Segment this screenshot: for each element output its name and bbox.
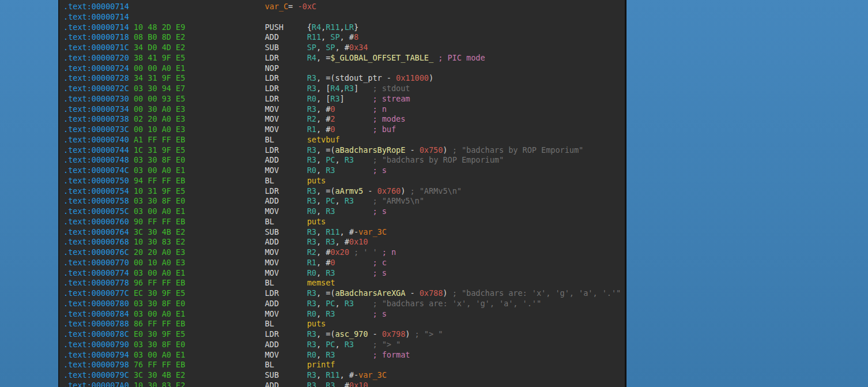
asm-line[interactable]: .text:0000071C34 D0 4D E2SUB SP, SP, #0x…: [63, 43, 625, 53]
asm-line[interactable]: .text:0000075094 FF FF EBBL puts: [63, 176, 625, 186]
mnemonic: MOV: [265, 350, 307, 359]
operand-text: ,: [340, 84, 345, 93]
instruction-bytes: 02 20 A0 E3: [134, 114, 265, 125]
asm-line[interactable]: .text:0000075410 31 9F E5LDR R3, =(aArmv…: [63, 186, 625, 197]
asm-line[interactable]: .text:00000740A1 FF FF EBBL setvbuf: [63, 135, 625, 145]
asm-line[interactable]: .text:000007A010 30 83 E2ADD R3, R3, #0x…: [63, 381, 625, 387]
asm-line[interactable]: .text:000007643C 30 4B E2SUB R3, R11, #-…: [63, 227, 625, 238]
asm-line[interactable]: .text:0000072400 00 A0 E1NOP: [63, 63, 625, 74]
asm-line[interactable]: .text:0000071410 48 2D E9PUSH {R4,R11,LR…: [63, 22, 625, 33]
operand-text: ): [443, 145, 452, 155]
asm-line[interactable]: .text:0000077403 00 A0 E1MOV R0, R3 ; s: [63, 268, 625, 279]
asm-line[interactable]: .text:00000714var_C= -0xC: [63, 2, 625, 12]
operand-text: [335, 309, 372, 318]
register-operand: R3: [307, 104, 316, 114]
operand-text: {: [307, 22, 312, 32]
asm-line[interactable]: .text:0000072C03 30 94 E7LDR R3, [R4,R3]…: [63, 84, 625, 94]
asm-line[interactable]: .text:0000076810 30 83 E2ADD R3, R3, #0x…: [63, 237, 625, 247]
asm-line[interactable]: .text:0000073400 30 A0 E3MOV R3, #0 ; n: [63, 104, 625, 115]
disassembly-view[interactable]: .text:00000714var_C= -0xC.text:00000714.…: [58, 0, 627, 387]
asm-line[interactable]: .text:000007441C 31 9F E5LDR R3, =(aBadc…: [63, 145, 625, 156]
asm-line[interactable]: .text:0000072038 41 9F E5LDR R4, =$_GLOB…: [63, 53, 625, 63]
asm-line[interactable]: .text:0000079876 FF FF EBBL printf: [63, 360, 625, 370]
mnemonic: LDR: [265, 186, 307, 196]
register-operand: R3: [307, 145, 316, 155]
asm-line[interactable]: .text:0000078886 FF FF EBBL puts: [63, 319, 625, 329]
data-name-label[interactable]: $_GLOBAL_OFFSET_TABLE_: [330, 53, 433, 62]
operand-text: -: [368, 329, 382, 339]
address-label: .text:00000714: [63, 22, 134, 33]
mnemonic: LDR: [265, 94, 307, 103]
asm-line[interactable]: .text:0000077CEC 30 9F E5LDR R3, =(aBadc…: [63, 288, 625, 299]
function-name[interactable]: puts: [307, 319, 326, 328]
asm-line[interactable]: .text:0000078403 00 A0 E1MOV R0, R3 ; s: [63, 309, 625, 320]
register-operand: R3: [326, 166, 335, 175]
mnemonic: PUSH: [265, 22, 307, 32]
stack-variable[interactable]: var_3C: [358, 370, 387, 380]
asm-line[interactable]: .text:0000079003 30 8F E0ADD R3, PC, R3 …: [63, 340, 625, 350]
comment: ; stdout: [372, 84, 410, 93]
address-label: .text:000007A0: [63, 381, 134, 387]
asm-line[interactable]: .text:0000078003 30 8F E0ADD R3, PC, R3 …: [63, 299, 625, 309]
address-label: .text:00000734: [63, 104, 134, 115]
operand-text: , =(: [316, 186, 335, 196]
mnemonic: MOV: [265, 104, 307, 114]
data-name-label[interactable]: aBadcharsAreXGA: [335, 288, 405, 298]
operand-text: [335, 268, 372, 277]
operand-text: [335, 350, 372, 359]
data-name-label[interactable]: aArmv5: [335, 186, 363, 196]
asm-line[interactable]: .text:0000073802 20 A0 E3MOV R2, #2 ; mo…: [63, 114, 625, 125]
stack-variable[interactable]: var_C: [265, 2, 288, 11]
asm-line[interactable]: .text:0000079C3C 30 4B E2SUB R3, R11, #-…: [63, 370, 625, 381]
asm-line[interactable]: .text:0000078CE0 30 9F E5LDR R3, =(asc_9…: [63, 329, 625, 340]
asm-line[interactable]: .text:0000079403 00 A0 E1MOV R0, R3 ; fo…: [63, 350, 625, 360]
operand-text: -: [405, 145, 419, 155]
asm-line[interactable]: .text:0000076C20 20 A0 E3MOV R2, #0x20 ;…: [63, 247, 625, 258]
operand-text: ,: [316, 350, 326, 359]
asm-line[interactable]: .text:0000077000 10 A0 E3MOV R1, #0 ; c: [63, 258, 625, 268]
address-label: .text:00000728: [63, 73, 134, 84]
asm-line[interactable]: .text:0000071808 B0 8D E2ADD R11, SP, #8: [63, 32, 625, 43]
instruction-bytes: 86 FF FF EB: [134, 319, 265, 329]
asm-line[interactable]: .text:0000073C00 10 A0 E3MOV R1, #0 ; bu…: [63, 125, 625, 135]
address-label: .text:00000748: [63, 155, 134, 166]
function-name[interactable]: printf: [307, 360, 335, 369]
asm-line[interactable]: .text:0000074C03 00 A0 E1MOV R0, R3 ; s: [63, 166, 625, 176]
param-comment: ; modes: [372, 114, 405, 123]
asm-line[interactable]: .text:0000074803 30 8F E0ADD R3, PC, R3 …: [63, 155, 625, 166]
register-operand: R11: [326, 22, 339, 32]
stack-variable[interactable]: var_3C: [358, 227, 387, 236]
mnemonic: BL: [265, 319, 307, 328]
param-comment: ; s: [372, 166, 386, 175]
asm-line[interactable]: .text:0000073000 00 93 E5LDR R0, [R3] ; …: [63, 94, 625, 104]
operand-text: [335, 166, 372, 175]
data-name-label[interactable]: aBadcharsByRopE: [335, 145, 405, 155]
register-operand: R3: [307, 329, 316, 339]
data-name-label[interactable]: asc_970: [335, 329, 368, 339]
data-name-label[interactable]: stdout_ptr: [335, 73, 382, 82]
register-operand: R3: [345, 196, 354, 205]
operand-text: ,: [321, 32, 330, 42]
operand-text: , =(: [316, 288, 335, 298]
instruction-bytes: 00 10 A0 E3: [134, 125, 265, 135]
comment: ; "ARMv5\n": [372, 196, 424, 205]
param-comment: ; s: [372, 206, 386, 216]
function-name[interactable]: setvbuf: [307, 135, 340, 144]
instruction-bytes: 00 30 A0 E3: [134, 104, 265, 115]
asm-line[interactable]: .text:0000077896 FF FF EBBL memset: [63, 278, 625, 288]
address-label: .text:0000079C: [63, 370, 134, 381]
asm-line[interactable]: .text:00000714: [63, 12, 625, 22]
asm-line[interactable]: .text:0000075803 30 8F E0ADD R3, PC, R3 …: [63, 196, 625, 206]
function-name[interactable]: puts: [307, 217, 326, 226]
register-operand: R3: [307, 186, 316, 196]
register-operand: R3: [345, 299, 354, 308]
address-label: .text:00000738: [63, 114, 134, 125]
operand-text: ,: [316, 340, 326, 349]
function-name[interactable]: memset: [307, 278, 335, 287]
asm-line[interactable]: .text:0000072834 31 9F E5LDR R3, =(stdou…: [63, 73, 625, 84]
mnemonic: ADD: [265, 196, 307, 205]
asm-line[interactable]: .text:0000075C03 00 A0 E1MOV R0, R3 ; s: [63, 206, 625, 217]
asm-line[interactable]: .text:0000076090 FF FF EBBL puts: [63, 217, 625, 227]
register-operand: R3: [326, 237, 335, 246]
function-name[interactable]: puts: [307, 176, 326, 185]
